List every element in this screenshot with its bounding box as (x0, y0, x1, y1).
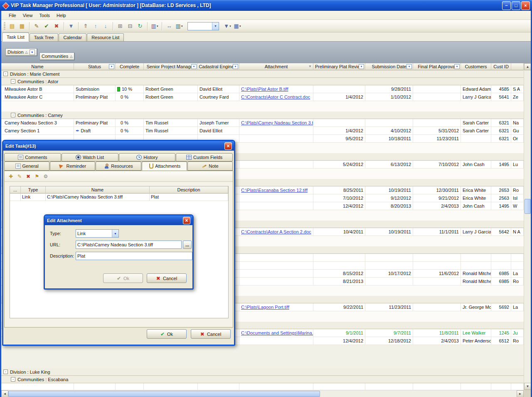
tab-attachments[interactable]: Attachments (142, 161, 187, 171)
url-field[interactable]: C:\Plats\Carney Nadeau Section 3.tiff (76, 241, 182, 249)
attachment-security-icon[interactable]: ⚙ (42, 173, 49, 180)
collapse-icon[interactable]: - (11, 377, 15, 382)
table-row[interactable]: Milwaukee Astor CPreliminary Plat0 %Robe… (1, 93, 524, 101)
browse-button[interactable]: ... (183, 241, 192, 249)
tab-note[interactable]: Note (187, 161, 233, 171)
edit-task-ok-button[interactable]: ✔ Ok (147, 329, 187, 339)
refresh-icon[interactable]: ↻ (135, 22, 145, 31)
column-header-ce[interactable]: Cadastral Engineer▼ (198, 63, 239, 70)
chevron-down-icon[interactable]: ▼ (112, 230, 118, 237)
community-group-row[interactable]: -Communities : Astor (1, 78, 524, 85)
delete-task-icon[interactable]: ✖ (52, 22, 61, 31)
horizontal-scroll-thumb[interactable] (8, 391, 320, 397)
tab-watch-list[interactable]: Watch List (62, 153, 118, 161)
collapse-icon[interactable]: - (11, 79, 15, 84)
attachment-column-header[interactable]: Description (150, 186, 228, 194)
scroll-right-icon[interactable]: ► (517, 390, 524, 397)
group-by-division-button[interactable]: Division △ ▼ (5, 48, 37, 56)
minimize-button[interactable]: − (502, 1, 511, 10)
scroll-up-icon[interactable]: ▲ (524, 63, 531, 70)
group-filter-dropdown-icon[interactable]: ▼ (30, 50, 35, 55)
table-row[interactable]: Carney Nadeau Section 3Preliminary Plat0… (1, 119, 524, 127)
table-row[interactable]: Milwaukee Astor BSubmission10 %Robert Gr… (1, 85, 524, 93)
community-group-row[interactable]: -Communities : Carney (1, 112, 524, 119)
menu-help[interactable]: Help (53, 12, 69, 19)
table-row[interactable]: Carney Section 1✒Draft0 %Tim RusselDavid… (1, 127, 524, 135)
collapse-icon[interactable]: - (3, 72, 8, 76)
close-button[interactable]: × (521, 1, 530, 10)
edit-task-icon[interactable]: ✎ (32, 22, 41, 31)
tab-custom-fields[interactable]: Custom Fields (176, 153, 233, 161)
column-header-custid[interactable]: Cust ID (491, 63, 511, 70)
delete-attachment-icon[interactable]: ✖ (25, 173, 32, 180)
edit-attachment-dialog-titlebar[interactable]: Edit Attachment × (45, 216, 192, 225)
attachment-column-header[interactable]: Name (46, 186, 150, 194)
tab-comments[interactable]: Comments (4, 153, 61, 161)
maximize-button[interactable]: □ (512, 1, 520, 10)
column-header-extra[interactable] (511, 63, 524, 70)
collapse-icon[interactable]: - (11, 113, 15, 117)
description-field[interactable]: Plat (76, 252, 192, 260)
menu-tools[interactable]: Tools (36, 12, 53, 19)
column-header-name[interactable]: Name (1, 63, 74, 70)
tab-task-list[interactable]: Task List (2, 32, 29, 42)
tab-reminder[interactable]: Reminder (50, 161, 95, 171)
filter-dropdown-icon[interactable]: ▼ (109, 64, 114, 69)
attachment-link[interactable]: C:\Plats\Lagoon Port.tiff (241, 305, 289, 310)
new-task-icon[interactable]: ▤ (7, 22, 17, 31)
attachment-row[interactable]: LinkC:\Plats\Carney Nadeau Section 3.tif… (10, 194, 228, 201)
menu-view[interactable]: View (20, 12, 36, 19)
column-header-fpa[interactable]: Final Plat Approval▼ (413, 63, 461, 70)
dropdown-caret-icon[interactable]: ▾ (181, 25, 183, 28)
filter-settings-icon[interactable]: ▼▾ (223, 22, 232, 31)
clone-task-icon[interactable]: ▦ (17, 22, 27, 31)
edit-task-close-icon[interactable]: × (224, 142, 232, 150)
attachment-link[interactable]: C:\Plats\Plat Astor B.tiff (241, 87, 288, 92)
column-header-complete[interactable]: Complete (116, 63, 144, 70)
menu-file[interactable]: File (5, 12, 20, 19)
column-header-customers[interactable]: Customers (461, 63, 491, 70)
toolbar-combobox[interactable]: ▼ (187, 22, 219, 30)
filter-funnel-icon[interactable]: ▼ (308, 65, 312, 68)
tab-task-tree[interactable]: Task Tree (30, 33, 59, 41)
horizontal-scrollbar[interactable]: ◄ ► (1, 390, 524, 397)
column-header-spm[interactable]: Senior Project Manager▼ (144, 63, 198, 70)
attachment-link[interactable]: C:\Documents and Settings\Marina. (241, 330, 313, 335)
attach-file-icon[interactable]: ⚑ (33, 173, 41, 180)
collapse-all-icon[interactable]: ⊟ (126, 22, 135, 31)
fit-columns-icon[interactable]: ↔ (165, 22, 174, 31)
type-combobox[interactable]: Link ▼ (76, 229, 119, 238)
edit-task-dialog-titlebar[interactable]: Edit Task(#13) × (3, 141, 234, 151)
group-by-communities-button[interactable]: Communities △ (39, 52, 74, 60)
community-group-row[interactable]: -Communities : Escabana (1, 376, 524, 383)
chevron-down-icon[interactable]: ▼ (212, 22, 219, 30)
scroll-left-icon[interactable]: ◄ (1, 390, 8, 397)
column-header-ppr[interactable]: Preliminary Plat Review▼ (313, 63, 365, 70)
edit-task-cancel-button[interactable]: ✖ Cancel (191, 329, 231, 339)
filter-dropdown-icon[interactable]: ▼ (359, 64, 364, 69)
division-group-row[interactable]: -Division : Marie Clement (1, 70, 524, 78)
column-header-attachment[interactable]: Attachment▼ (239, 63, 313, 70)
tab-calendar[interactable]: Calendar (59, 33, 86, 41)
column-header-status[interactable]: Status▼ (74, 63, 116, 70)
charts-icon[interactable]: ▥▾ (150, 22, 159, 31)
dropdown-caret-icon[interactable]: ▾ (157, 25, 158, 28)
tab-resources[interactable]: Resources (96, 161, 141, 171)
table-row[interactable] (1, 383, 524, 390)
attachment-link[interactable]: C:\Contracts\Astor C Contract.doc (241, 94, 310, 99)
attachment-link[interactable]: C:\Contracts\Astor A Section 2.doc (241, 229, 311, 234)
attachment-column-header[interactable]: ... (10, 186, 21, 194)
tab-general[interactable]: General (4, 161, 49, 171)
filter-tasks-icon[interactable]: ▼ (66, 22, 76, 31)
vertical-scroll-thumb[interactable] (525, 199, 531, 214)
filter-dropdown-icon[interactable]: ▼ (454, 64, 460, 69)
edit-attachment-cancel-button[interactable]: ✖ Cancel (147, 273, 187, 283)
dropdown-caret-icon[interactable]: ▾ (239, 25, 241, 28)
attachment-column-header[interactable]: Type (21, 186, 46, 194)
move-top-icon[interactable]: ⇑ (81, 22, 90, 31)
filter-dropdown-icon[interactable]: ▼ (191, 64, 197, 69)
tab-history[interactable]: History (119, 153, 176, 161)
attachment-link[interactable]: C:\Plats\Carney Nadeau Section 3.t (241, 120, 313, 125)
attachment-link[interactable]: C:\Plats\Escanaba Section 12.tiff (241, 188, 308, 193)
edit-attachment-close-icon[interactable]: × (183, 217, 190, 224)
